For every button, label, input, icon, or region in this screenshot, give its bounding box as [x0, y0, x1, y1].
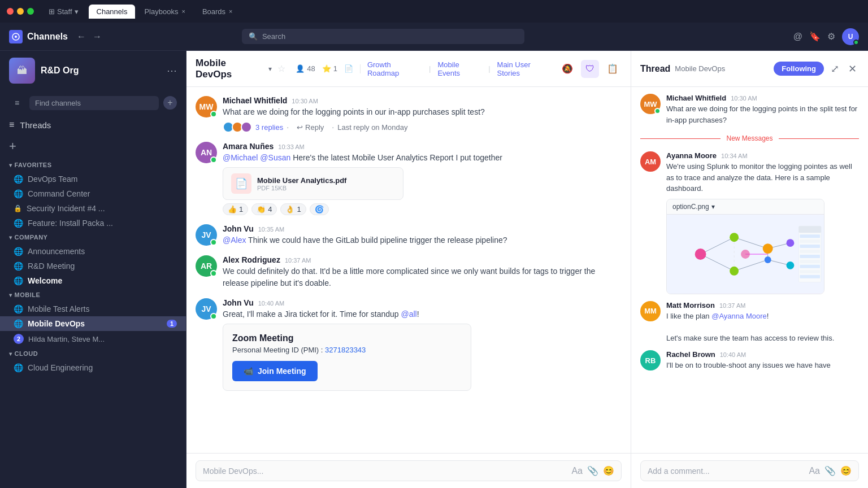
close-thread-button[interactable]: ✕: [846, 60, 859, 77]
globe-icon: 🌐: [14, 363, 23, 372]
channel-item-command-center[interactable]: 🌐 Command Center: [0, 186, 186, 201]
add-channel-button[interactable]: +: [163, 96, 177, 110]
growth-roadmap-link[interactable]: Growth Roadmap: [367, 60, 422, 77]
mobile-events-link[interactable]: Mobile Events: [437, 60, 481, 77]
company-caret: ▾: [9, 234, 12, 241]
sidebar: 🏔 R&D Org ⋯ ≡ + ≡ Threads + ▾ FAVORITES: [0, 51, 186, 488]
font-size-icon[interactable]: Aa: [571, 466, 583, 476]
tab-staff[interactable]: ⊞ Staff ▾: [43, 5, 84, 19]
at-icon[interactable]: @: [793, 32, 802, 42]
bookmark-icon[interactable]: 🔖: [809, 31, 821, 42]
reaction-thumbsup[interactable]: 👍1: [223, 203, 248, 215]
section-header-mobile[interactable]: ▾ MOBILE: [0, 288, 186, 302]
file-icon: 📄: [344, 64, 353, 73]
channel-item-cloud-engineering[interactable]: 🌐 Cloud Engineering: [0, 360, 186, 375]
reply-button[interactable]: ↩ Reply: [292, 122, 328, 133]
pmi-value[interactable]: 3271823343: [325, 346, 366, 354]
tab-channels[interactable]: Channels: [89, 5, 136, 19]
search-bar[interactable]: 🔍 Search: [242, 29, 524, 44]
channel-item-mobile-test-alerts[interactable]: 🌐 Mobile Test Alerts: [0, 302, 186, 316]
thread-message-header: Ayanna Moore 10:34 AM: [666, 151, 859, 160]
main-user-stories-link[interactable]: Main User Stories: [497, 60, 553, 77]
fullscreen-button[interactable]: [27, 8, 34, 15]
back-arrow[interactable]: ←: [75, 29, 88, 44]
font-size-icon[interactable]: Aa: [809, 466, 820, 476]
emoji-icon[interactable]: 😊: [603, 465, 614, 476]
tab-playbooks-close[interactable]: ×: [181, 8, 185, 15]
replies-count[interactable]: 3 replies: [255, 123, 283, 132]
file-name: Mobile User Analytics.pdf: [257, 176, 346, 185]
image-body: [667, 215, 824, 294]
attachment-icon[interactable]: 📎: [587, 465, 598, 476]
chat-header-actions: 🔕 🛡 📋: [558, 60, 622, 78]
settings-icon[interactable]: ⚙: [827, 31, 835, 42]
online-status-indicator: [654, 108, 661, 114]
mention-susan[interactable]: @Susan: [260, 153, 290, 162]
thread-header: Thread Mobile DevOps Following ⤢ ✕: [631, 51, 868, 87]
reaction-swirl[interactable]: 🌀: [310, 203, 329, 215]
reply-avatar: [241, 121, 252, 133]
threads-item[interactable]: ≡ Threads: [0, 115, 186, 134]
globe-icon: 🌐: [14, 276, 23, 285]
forward-arrow[interactable]: →: [90, 29, 104, 44]
channel-item-feature-install[interactable]: 🌐 Feature: Install Packa ...: [0, 216, 186, 230]
channel-item-announcements[interactable]: 🌐 Announcements: [0, 244, 186, 259]
new-messages-label: New Messages: [726, 134, 772, 142]
section-header-company[interactable]: ▾ COMPANY: [0, 230, 186, 244]
workspace-menu-button[interactable]: ⋯: [167, 64, 177, 77]
message-header: John Vu 10:40 AM: [223, 298, 622, 307]
channel-item-mobile-devops[interactable]: 🌐 Mobile DevOps 1: [0, 316, 186, 331]
channel-item-rd-meeting[interactable]: 🌐 R&D Meeting: [0, 259, 186, 273]
file-attachment[interactable]: 📄 Mobile User Analytics.pdf PDF 15KB: [223, 167, 403, 200]
mention-alex[interactable]: @Alex: [223, 236, 246, 245]
reaction-ok[interactable]: 👌1: [280, 203, 306, 215]
message-header: John Vu 10:35 AM: [223, 224, 622, 233]
tab-boards-close[interactable]: ×: [229, 8, 232, 15]
expand-thread-button[interactable]: ⤢: [828, 60, 841, 77]
mute-icon[interactable]: 🔕: [558, 60, 576, 78]
online-status-indicator: [210, 156, 217, 163]
join-meeting-button[interactable]: 📹 Join Meeting: [232, 361, 318, 381]
svg-point-17: [786, 239, 794, 247]
section-header-cloud[interactable]: ▾ CLOUD: [0, 347, 186, 360]
image-filename: optionC.png ▾: [667, 199, 824, 215]
add-section-button[interactable]: +: [0, 134, 186, 158]
following-button[interactable]: Following: [774, 62, 824, 76]
tab-boards[interactable]: Boards ×: [194, 5, 241, 19]
svg-rect-22: [800, 234, 820, 238]
favorites-label: FAVORITES: [15, 162, 52, 168]
close-button[interactable]: [7, 8, 14, 15]
section-header-favorites[interactable]: ▾ FAVORITES: [0, 158, 186, 172]
thread-avatar: RB: [640, 350, 661, 371]
mention-ayanna[interactable]: @Ayanna Moore: [711, 312, 767, 320]
find-channels-input[interactable]: [29, 96, 159, 110]
user-avatar[interactable]: U: [842, 28, 859, 45]
document-icon[interactable]: 📋: [604, 60, 622, 78]
chat-area: Mobile DevOps ▾ ☆ 👤 48 ⭐ 1 📄 Growth Road…: [186, 51, 631, 488]
dm-item-hilda-steve[interactable]: 2 Hilda Martin, Steve M...: [0, 331, 186, 347]
image-caret: ▾: [711, 203, 715, 211]
channel-item-devops-team[interactable]: 🌐 DevOps Team: [0, 172, 186, 186]
minimize-button[interactable]: [17, 8, 24, 15]
channel-caret-icon[interactable]: ▾: [268, 65, 272, 73]
threads-icon: ≡: [9, 120, 14, 130]
svg-point-12: [695, 249, 706, 260]
chat-header: Mobile DevOps ▾ ☆ 👤 48 ⭐ 1 📄 Growth Road…: [186, 51, 631, 87]
chat-message-input[interactable]: [203, 467, 567, 476]
message-row: MW Michael Whitfield 10:30 AM What are w…: [196, 96, 622, 133]
mention-michael[interactable]: @Michael: [223, 153, 258, 162]
thread-comment-input[interactable]: [648, 467, 804, 476]
reaction-clap[interactable]: 👏4: [251, 203, 277, 215]
channel-item-welcome[interactable]: 🌐 Welcome: [0, 273, 186, 288]
mention-all[interactable]: @all: [401, 310, 416, 319]
shield-icon[interactable]: 🛡: [581, 60, 599, 78]
attachment-icon[interactable]: 📎: [824, 465, 836, 476]
emoji-icon[interactable]: 😊: [840, 465, 852, 476]
channel-label: Welcome: [28, 276, 62, 285]
filter-icon[interactable]: ≡: [9, 95, 25, 111]
avatar: AR: [196, 255, 217, 277]
star-icon[interactable]: ☆: [277, 63, 285, 74]
channel-item-security-incident[interactable]: 🔒 Security Incident #4 ...: [0, 201, 186, 216]
sidebar-header: 🏔 R&D Org ⋯: [0, 51, 186, 90]
tab-playbooks[interactable]: Playbooks ×: [136, 5, 193, 19]
